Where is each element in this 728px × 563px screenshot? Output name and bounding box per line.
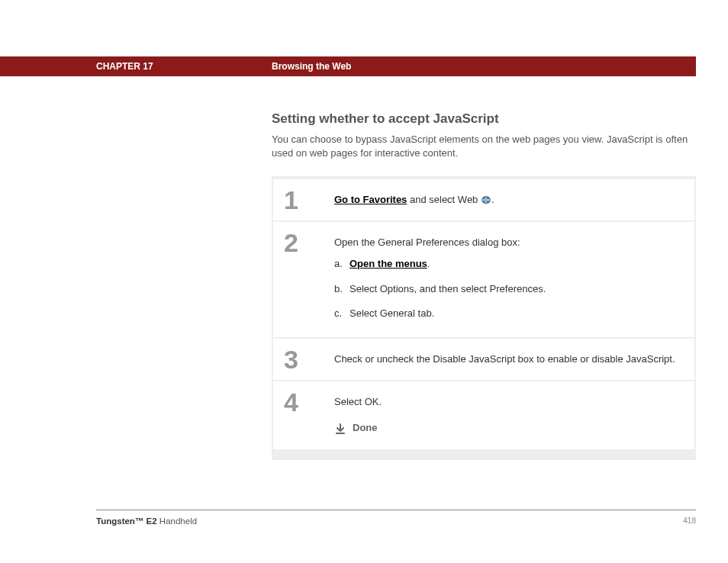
step-number: 3 bbox=[273, 339, 328, 380]
web-icon bbox=[481, 195, 491, 204]
step-text-end: . bbox=[491, 194, 494, 205]
step-1: 1 Go to Favorites and select Web . bbox=[273, 179, 694, 220]
step-number: 2 bbox=[273, 222, 328, 337]
step-text: and select Web bbox=[407, 194, 481, 205]
step-body: Check or uncheck the Disable JavaScript … bbox=[328, 339, 694, 380]
step-2: 2 Open the General Preferences dialog bo… bbox=[273, 222, 694, 337]
substep-b: b.Select Options, and then select Prefer… bbox=[334, 282, 679, 296]
step-body: Open the General Preferences dialog box:… bbox=[328, 222, 694, 337]
substep-letter: a. bbox=[334, 257, 350, 271]
substep-letter: b. bbox=[334, 282, 350, 296]
step-lead: Open the General Preferences dialog box: bbox=[334, 236, 679, 249]
step-text: Select OK. bbox=[334, 395, 679, 409]
step-body: Go to Favorites and select Web . bbox=[328, 179, 694, 220]
section-intro: You can choose to bypass JavaScript elem… bbox=[272, 133, 696, 159]
substep-c: c.Select General tab. bbox=[334, 307, 679, 320]
page-footer: Tungsten™ E2 Handheld 418 bbox=[96, 510, 696, 526]
step-number: 1 bbox=[273, 179, 328, 220]
section-title: Setting whether to accept JavaScript bbox=[272, 111, 696, 127]
substep-a: a.Open the menus. bbox=[334, 257, 679, 271]
step-body: Select OK. Done bbox=[328, 381, 694, 449]
substep-list: a.Open the menus. b.Select Options, and … bbox=[334, 257, 679, 320]
done-row: Done bbox=[334, 421, 679, 435]
content-area: Setting whether to accept JavaScript You… bbox=[272, 111, 696, 460]
substep-letter: c. bbox=[334, 307, 350, 320]
product-rest: Handheld bbox=[157, 516, 197, 526]
page-number: 418 bbox=[683, 516, 696, 526]
product-name: Tungsten™ E2 Handheld bbox=[96, 516, 197, 526]
substep-text: Select General tab. bbox=[350, 307, 434, 319]
step-4: 4 Select OK. Done bbox=[273, 381, 694, 449]
step-text: Check or uncheck the Disable JavaScript … bbox=[334, 353, 675, 365]
done-arrow-icon bbox=[334, 423, 346, 435]
step-3: 3 Check or uncheck the Disable JavaScrip… bbox=[273, 339, 694, 380]
open-the-menus-link[interactable]: Open the menus bbox=[350, 258, 427, 269]
substep-text: . bbox=[427, 258, 430, 269]
product-bold: Tungsten™ E2 bbox=[96, 516, 157, 526]
go-to-favorites-link[interactable]: Go to Favorites bbox=[334, 194, 407, 205]
chapter-header: CHAPTER 17 Browsing the Web bbox=[0, 56, 696, 76]
breadcrumb: Browsing the Web bbox=[272, 61, 351, 72]
done-label: Done bbox=[353, 421, 378, 435]
chapter-label: CHAPTER 17 bbox=[96, 61, 153, 72]
step-number: 4 bbox=[273, 381, 328, 449]
substep-text: Select Options, and then select Preferen… bbox=[350, 283, 546, 294]
steps-container: 1 Go to Favorites and select Web . 2 Ope… bbox=[272, 176, 696, 460]
